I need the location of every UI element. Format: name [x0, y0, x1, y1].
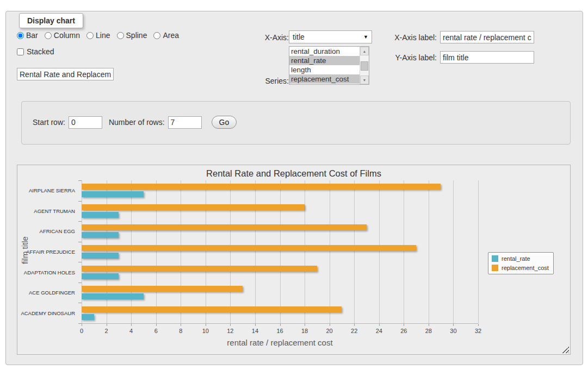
series-scrollbar[interactable]: ▲ ▼ [360, 47, 369, 84]
x-axis-tick-label: 6 [154, 328, 158, 334]
bar-replacement_cost[interactable] [82, 184, 441, 190]
bar-replacement_cost[interactable] [82, 204, 305, 210]
category-label: ACADEMY DINOSAUR [17, 303, 75, 323]
bar-rental_rate[interactable] [82, 191, 144, 197]
x-axis-tick [354, 324, 355, 326]
chart-type-radio-area[interactable] [153, 32, 160, 39]
go-button[interactable]: Go [212, 116, 237, 129]
scroll-up-icon[interactable]: ▲ [360, 47, 369, 55]
bar-rental_rate[interactable] [82, 232, 119, 238]
chevron-down-icon: ▼ [363, 34, 368, 40]
chart-type-radio-bar[interactable] [17, 32, 24, 39]
x-axis-tick-label: 32 [475, 328, 481, 334]
bar-rental_rate[interactable] [82, 253, 119, 259]
category-tick [78, 262, 82, 262]
scrollbar-thumb[interactable] [361, 61, 368, 71]
x-axis-select[interactable]: title ▼ [289, 30, 372, 43]
legend-label: rental_rate [502, 255, 530, 262]
x-axis-label-label: X-Axis label: [376, 33, 437, 42]
x-axis-tick [404, 324, 404, 326]
bar-rental_rate[interactable] [82, 293, 144, 299]
chart-title-input[interactable] [17, 68, 114, 80]
scrollbar-track[interactable] [360, 55, 369, 76]
x-axis-tick [453, 324, 454, 326]
display-chart-panel: Display chart BarColumnLineSplineArea St… [5, 11, 583, 365]
bar-replacement_cost[interactable] [82, 224, 367, 230]
stacked-checkbox[interactable] [17, 48, 24, 55]
category-tick [78, 242, 82, 242]
x-axis-tick-label: 18 [301, 328, 308, 334]
x-axis-tick-label: 26 [400, 328, 407, 334]
row-range-panel: Start row: Number of rows: Go [21, 101, 571, 145]
category-tick [78, 201, 82, 202]
series-option-replacement_cost[interactable]: replacement_cost [289, 74, 360, 84]
series-option-rental_rate[interactable]: rental_rate [289, 56, 360, 65]
category-tick [78, 180, 82, 181]
start-row-input[interactable] [69, 116, 102, 129]
x-axis-tick [181, 324, 181, 326]
stacked-label: Stacked [27, 47, 54, 56]
num-rows-label: Number of rows: [109, 118, 165, 127]
series-multiselect[interactable]: rental_durationrental_ratelengthreplacem… [289, 46, 369, 85]
x-axis-tick-label: 20 [326, 328, 333, 334]
chart-type-radio-spline[interactable] [117, 32, 124, 39]
chart-type-option: Area [153, 31, 179, 40]
x-axis-label-input[interactable] [440, 31, 534, 43]
x-axis-tick [478, 324, 479, 326]
chart-type-label: Spline [126, 31, 147, 40]
plot-area [82, 180, 478, 323]
bar-replacement_cost[interactable] [82, 266, 317, 272]
x-axis-tick-label: 14 [252, 328, 258, 334]
legend-swatch-icon [492, 255, 498, 262]
num-rows-input[interactable] [168, 116, 202, 129]
legend-item-rental_rate[interactable]: rental_rate [492, 255, 549, 262]
legend-swatch-icon [492, 265, 498, 271]
x-axis-selected-value: title [293, 33, 363, 41]
legend-item-replacement_cost[interactable]: replacement_cost [492, 265, 549, 271]
bar-rental_rate[interactable] [82, 212, 119, 218]
series-option-rental_duration[interactable]: rental_duration [289, 47, 360, 56]
x-axis-tick-label: 30 [450, 328, 456, 334]
y-axis-label-label: Y-Axis label: [376, 53, 437, 62]
bar-rental_rate[interactable] [82, 314, 94, 320]
x-axis-tick-label: 10 [202, 328, 209, 334]
stacked-row: Stacked [17, 47, 54, 56]
chart-type-radio-line[interactable] [86, 32, 94, 39]
category-tick [78, 221, 82, 222]
chart-type-label: Area [163, 31, 179, 40]
category-label: AGENT TRUMAN [17, 201, 75, 222]
bar-group [82, 180, 478, 201]
chart-type-label: Bar [26, 31, 38, 40]
x-axis-tick-label: 24 [376, 328, 382, 334]
series-option-length[interactable]: length [289, 65, 360, 74]
chart-type-label: Column [54, 31, 80, 40]
x-axis-tick [230, 324, 231, 326]
category-tick [78, 323, 82, 324]
category-tick [78, 303, 82, 303]
x-axis-tick-label: 0 [80, 328, 83, 334]
x-axis-tick-label: 12 [227, 328, 233, 334]
bar-replacement_cost[interactable] [82, 306, 342, 312]
x-axis-tick [429, 324, 429, 326]
bar-replacement_cost[interactable] [82, 245, 416, 251]
chart-type-option: Bar [17, 31, 38, 40]
series-options: rental_durationrental_ratelengthreplacem… [289, 47, 360, 84]
chart-title: Rental Rate and Replacement Cost of Film… [17, 168, 570, 179]
gridline [478, 180, 479, 323]
x-axis-tick [330, 324, 330, 326]
legend-label: replacement_cost [502, 265, 549, 271]
bar-rental_rate[interactable] [82, 273, 119, 279]
bar-replacement_cost[interactable] [82, 286, 243, 292]
category-label: ADAPTATION HOLES [17, 262, 75, 283]
chart-type-radio-column[interactable] [45, 32, 52, 39]
y-axis-label-input[interactable] [440, 51, 534, 64]
x-axis-tick-label: 28 [425, 328, 432, 334]
category-tick [78, 283, 82, 283]
x-axis-tick [379, 324, 380, 326]
x-axis-select-label: X-Axis: [240, 33, 289, 42]
category-label: AFRICAN EGG [17, 221, 75, 242]
tab-display-chart[interactable]: Display chart [19, 13, 83, 28]
resize-handle-icon[interactable] [562, 347, 569, 353]
scroll-down-icon[interactable]: ▼ [360, 76, 369, 84]
x-axis-tick [131, 324, 132, 326]
